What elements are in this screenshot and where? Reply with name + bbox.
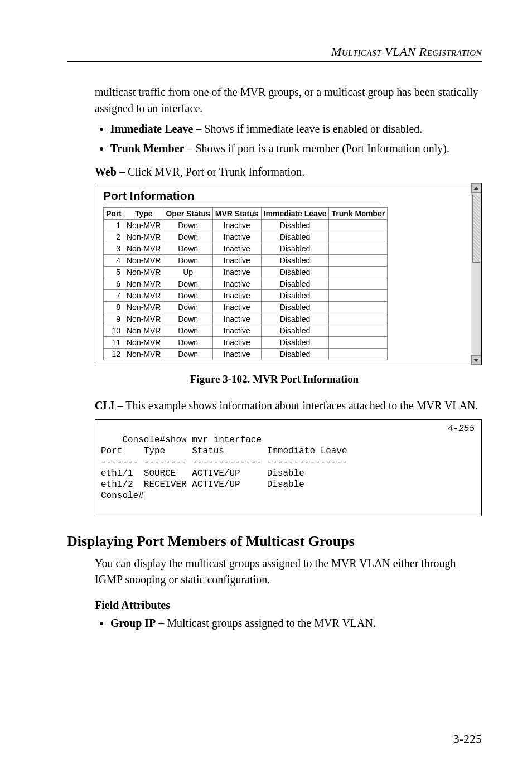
cell-leave: Disabled	[261, 349, 329, 360]
cell-trunk	[329, 231, 388, 243]
cell-trunk	[329, 278, 388, 290]
field-attributes-heading: Field Attributes	[95, 599, 482, 612]
cell-mvr: Inactive	[212, 267, 261, 278]
cell-mvr: Inactive	[212, 231, 261, 243]
cell-type: Non-MVR	[124, 220, 163, 231]
bullet-group-ip: Group IP – Multicast groups assigned to …	[110, 615, 482, 631]
cell-type: Non-MVR	[124, 278, 163, 290]
table-row: 10Non-MVRDownInactiveDisabled	[104, 325, 388, 337]
vertical-scrollbar[interactable]	[471, 183, 481, 365]
cell-mvr: Inactive	[212, 349, 261, 360]
page-header: Multicast VLAN Registration	[67, 45, 482, 59]
web-label: Web	[95, 166, 117, 178]
cell-leave: Disabled	[261, 267, 329, 278]
col-oper: Oper Status	[163, 208, 212, 220]
bottom-bullet-list: Group IP – Multicast groups assigned to …	[95, 615, 482, 631]
bullet-desc: – Shows if immediate leave is enabled or…	[193, 123, 422, 135]
table-row: 6Non-MVRDownInactiveDisabled	[104, 278, 388, 290]
cell-oper: Down	[163, 325, 212, 337]
cell-port: 4	[104, 255, 124, 267]
cell-port: 10	[104, 325, 124, 337]
cell-type: Non-MVR	[124, 302, 163, 313]
scroll-up-button[interactable]	[471, 183, 481, 193]
cli-output-box: 4-255Console#show mvr interface Port Typ…	[95, 419, 482, 516]
table-row: 5Non-MVRUpInactiveDisabled	[104, 267, 388, 278]
chevron-down-icon	[473, 359, 479, 362]
cell-port: 11	[104, 337, 124, 349]
cell-oper: Down	[163, 231, 212, 243]
web-desc: – Click MVR, Port or Trunk Information.	[117, 166, 304, 178]
cell-port: 8	[104, 302, 124, 313]
cli-intro: CLI – This example shows information abo…	[95, 398, 482, 414]
bullet-desc: – Shows if port is a trunk member (Port …	[184, 142, 449, 154]
cell-leave: Disabled	[261, 302, 329, 313]
header-rule	[67, 61, 482, 62]
cell-mvr: Inactive	[212, 255, 261, 267]
cell-port: 6	[104, 278, 124, 290]
table-row: 11Non-MVRDownInactiveDisabled	[104, 337, 388, 349]
cell-mvr: Inactive	[212, 313, 261, 325]
cell-mvr: Inactive	[212, 290, 261, 302]
cell-trunk	[329, 267, 388, 278]
table-row: 8Non-MVRDownInactiveDisabled	[104, 302, 388, 313]
scroll-down-button[interactable]	[471, 355, 481, 365]
col-leave: Immediate Leave	[261, 208, 329, 220]
cli-desc: – This example shows information about i…	[115, 399, 478, 412]
table-row: 2Non-MVRDownInactiveDisabled	[104, 231, 388, 243]
col-mvr: MVR Status	[212, 208, 261, 220]
table-row: 4Non-MVRDownInactiveDisabled	[104, 255, 388, 267]
bullet-immediate-leave: Immediate Leave – Shows if immediate lea…	[110, 121, 482, 137]
table-row: 7Non-MVRDownInactiveDisabled	[104, 290, 388, 302]
cell-oper: Down	[163, 243, 212, 255]
table-header-row: Port Type Oper Status MVR Status Immedia…	[104, 208, 388, 220]
cell-trunk	[329, 290, 388, 302]
cell-mvr: Inactive	[212, 243, 261, 255]
cell-type: Non-MVR	[124, 337, 163, 349]
cell-port: 1	[104, 220, 124, 231]
cell-leave: Disabled	[261, 255, 329, 267]
cell-port: 9	[104, 313, 124, 325]
scrollbar-thumb[interactable]	[472, 195, 480, 263]
bullet-term: Group IP	[110, 617, 156, 629]
cell-leave: Disabled	[261, 278, 329, 290]
cell-mvr: Inactive	[212, 302, 261, 313]
cell-mvr: Inactive	[212, 325, 261, 337]
cell-leave: Disabled	[261, 243, 329, 255]
cli-output-text: Console#show mvr interface Port Type Sta…	[101, 435, 347, 501]
col-type: Type	[124, 208, 163, 220]
cell-type: Non-MVR	[124, 325, 163, 337]
cell-type: Non-MVR	[124, 243, 163, 255]
panel-title: Port Information	[103, 189, 473, 202]
cell-trunk	[329, 302, 388, 313]
cell-oper: Down	[163, 337, 212, 349]
figure-caption: Figure 3-102. MVR Port Information	[67, 373, 482, 385]
bullet-trunk-member: Trunk Member – Shows if port is a trunk …	[110, 141, 482, 157]
cell-oper: Up	[163, 267, 212, 278]
web-instruction: Web – Click MVR, Port or Trunk Informati…	[95, 166, 482, 178]
cell-trunk	[329, 337, 388, 349]
cell-leave: Disabled	[261, 337, 329, 349]
cell-trunk	[329, 220, 388, 231]
section-heading: Displaying Port Members of Multicast Gro…	[67, 533, 482, 550]
cell-port: 7	[104, 290, 124, 302]
port-info-table: Port Type Oper Status MVR Status Immedia…	[103, 207, 388, 360]
cell-type: Non-MVR	[124, 255, 163, 267]
cell-leave: Disabled	[261, 313, 329, 325]
cell-oper: Down	[163, 313, 212, 325]
cell-trunk	[329, 325, 388, 337]
cell-port: 2	[104, 231, 124, 243]
cell-oper: Down	[163, 290, 212, 302]
cell-oper: Down	[163, 220, 212, 231]
cell-trunk	[329, 243, 388, 255]
bullet-term: Trunk Member	[110, 142, 184, 154]
cell-mvr: Inactive	[212, 337, 261, 349]
cell-type: Non-MVR	[124, 313, 163, 325]
bullet-term: Immediate Leave	[110, 123, 193, 135]
section-body: You can display the multicast groups ass…	[95, 555, 482, 588]
cell-port: 12	[104, 349, 124, 360]
cell-oper: Down	[163, 349, 212, 360]
table-row: 9Non-MVRDownInactiveDisabled	[104, 313, 388, 325]
screenshot-panel: Port Information Port Type Oper Status M…	[95, 183, 482, 365]
top-bullet-list: Immediate Leave – Shows if immediate lea…	[95, 121, 482, 157]
page-number: 3-225	[453, 732, 482, 746]
